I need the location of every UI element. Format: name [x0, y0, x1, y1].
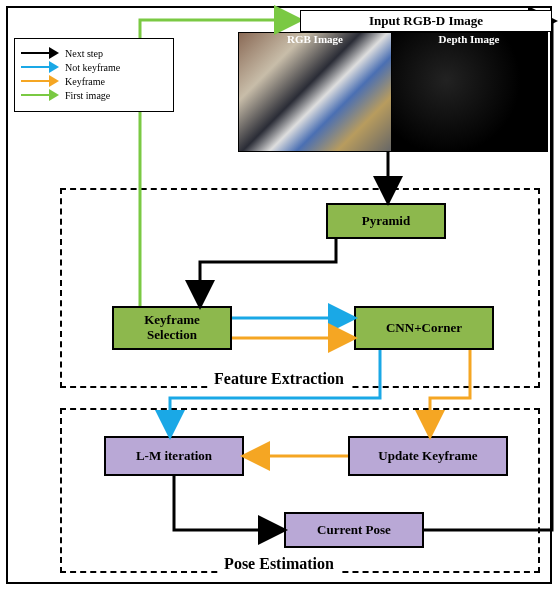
node-pyramid: Pyramid — [326, 203, 446, 239]
rgb-image-label: RGB Image — [238, 33, 392, 47]
group-title-pose-estimation: Pose Estimation — [0, 555, 558, 573]
node-update-keyframe: Update Keyframe — [348, 436, 508, 476]
legend-label: First image — [65, 90, 110, 101]
node-keyframe-selection: Keyframe Selection — [112, 306, 232, 350]
diagram-canvas: Next step Not keyframe Keyframe First im… — [0, 0, 558, 590]
depth-image-placeholder — [392, 32, 548, 152]
arrow-icon — [21, 89, 59, 101]
input-title-box: Input RGB-D Image — [300, 10, 552, 32]
legend-row-notkeyframe: Not keyframe — [21, 61, 167, 73]
arrow-icon — [21, 61, 59, 73]
legend-row-next: Next step — [21, 47, 167, 59]
node-label: Keyframe Selection — [144, 313, 200, 343]
legend-box: Next step Not keyframe Keyframe First im… — [14, 38, 174, 112]
legend-label: Not keyframe — [65, 62, 120, 73]
group-title-feature-extraction: Feature Extraction — [0, 370, 558, 388]
node-label: Pyramid — [362, 214, 410, 229]
legend-row-first: First image — [21, 89, 167, 101]
node-label: Current Pose — [317, 523, 391, 538]
node-label: L-M iteration — [136, 449, 212, 464]
node-label: CNN+Corner — [386, 321, 462, 336]
input-title-text: Input RGB-D Image — [369, 13, 483, 28]
arrow-icon — [21, 75, 59, 87]
node-cnn-corner: CNN+Corner — [354, 306, 494, 350]
arrow-icon — [21, 47, 59, 59]
group-feature-extraction — [60, 188, 540, 388]
legend-label: Keyframe — [65, 76, 105, 87]
node-current-pose: Current Pose — [284, 512, 424, 548]
node-lm-iteration: L-M iteration — [104, 436, 244, 476]
legend-row-keyframe: Keyframe — [21, 75, 167, 87]
rgb-image-placeholder — [238, 32, 392, 152]
legend-label: Next step — [65, 48, 103, 59]
group-pose-estimation — [60, 408, 540, 573]
depth-image-label: Depth Image — [392, 33, 546, 47]
node-label: Update Keyframe — [378, 449, 477, 464]
